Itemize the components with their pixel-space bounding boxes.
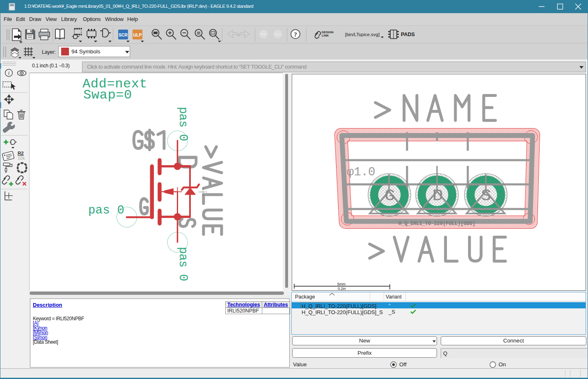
svg-text:5mm: 5mm: [337, 282, 345, 286]
svg-text:i: i: [8, 70, 9, 76]
svg-text:H_Q_IRLI_TO-220(FULL)[GDS]: H_Q_IRLI_TO-220(FULL)[GDS]: [398, 221, 475, 227]
svg-text:10k: 10k: [18, 156, 25, 161]
svg-text:Layer:: Layer:: [42, 49, 56, 55]
svg-text:Swap=0: Swap=0: [83, 87, 132, 103]
svg-text:φ1.0: φ1.0: [347, 165, 375, 179]
svg-text:[bin/LTspice.svg]: [bin/LTspice.svg]: [345, 32, 380, 37]
svg-text:?: ?: [294, 31, 297, 38]
svg-text:GO: GO: [275, 32, 281, 37]
svg-text:0.2in: 0.2in: [338, 287, 346, 290]
svg-text:pas 0: pas 0: [176, 107, 190, 141]
svg-text:ULP: ULP: [133, 32, 142, 37]
svg-text:pas 0: pas 0: [88, 204, 124, 217]
svg-text:pas 0: pas 0: [176, 247, 190, 281]
svg-text:LINK: LINK: [322, 34, 329, 37]
svg-text:R2: R2: [18, 151, 24, 156]
svg-text:PADS: PADS: [401, 32, 415, 37]
svg-text:SCR: SCR: [119, 32, 128, 37]
